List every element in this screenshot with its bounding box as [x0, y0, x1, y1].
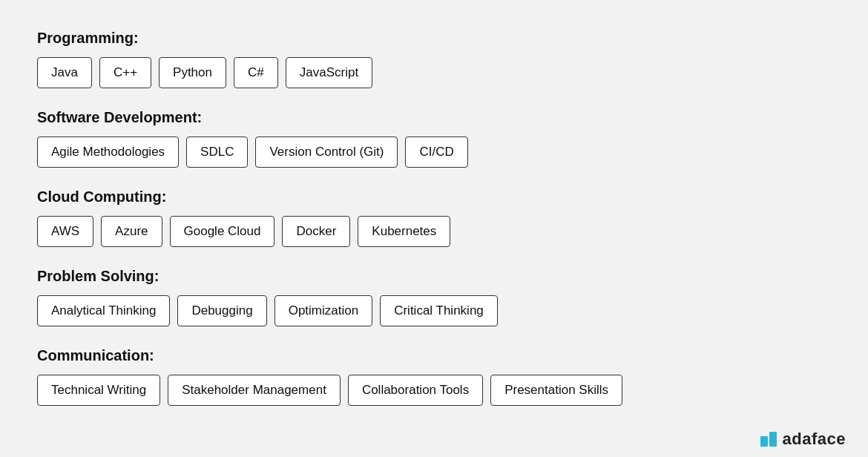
section-title-software-development: Software Development: [37, 109, 831, 126]
section-cloud-computing: Cloud Computing:AWSAzureGoogle CloudDock… [37, 188, 831, 247]
section-problem-solving: Problem Solving:Analytical ThinkingDebug… [37, 268, 831, 326]
brand-logo [760, 432, 777, 447]
branding: adaface [760, 430, 846, 449]
brand-bar-short [760, 436, 768, 447]
skill-tag: C# [234, 57, 278, 88]
skill-tag: CI/CD [405, 137, 467, 168]
tags-problem-solving: Analytical ThinkingDebuggingOptimization… [37, 295, 831, 326]
skill-tag: Optimization [274, 295, 372, 326]
section-title-communication: Communication: [37, 347, 831, 364]
section-title-programming: Programming: [37, 30, 831, 47]
skill-tag: Azure [101, 216, 162, 247]
skill-tag: Stakeholder Management [168, 375, 341, 406]
tags-communication: Technical WritingStakeholder ManagementC… [37, 375, 831, 406]
skill-tag: JavaScript [286, 57, 372, 88]
skill-tag: Kubernetes [358, 216, 450, 247]
tags-software-development: Agile MethodologiesSDLCVersion Control (… [37, 137, 831, 168]
skill-tag: Presentation Skills [490, 375, 622, 406]
skill-tag: Java [37, 57, 92, 88]
skill-tag: Google Cloud [170, 216, 275, 247]
skill-tag: Python [159, 57, 226, 88]
tags-programming: JavaC++PythonC#JavaScript [37, 57, 831, 88]
skill-tag: AWS [37, 216, 93, 247]
skill-tag: Agile Methodologies [37, 137, 179, 168]
skill-tag: Debugging [177, 295, 266, 326]
section-software-development: Software Development:Agile Methodologies… [37, 109, 831, 168]
tags-cloud-computing: AWSAzureGoogle CloudDockerKubernetes [37, 216, 831, 247]
section-programming: Programming:JavaC++PythonC#JavaScript [37, 30, 831, 88]
skill-tag: Collaboration Tools [348, 375, 483, 406]
skill-tag: Analytical Thinking [37, 295, 170, 326]
skill-tag: SDLC [186, 137, 248, 168]
skill-tag: Version Control (Git) [255, 137, 398, 168]
brand-bar-tall [769, 432, 777, 447]
section-communication: Communication:Technical WritingStakehold… [37, 347, 831, 406]
skill-tag: Docker [282, 216, 350, 247]
section-title-problem-solving: Problem Solving: [37, 268, 831, 285]
skill-tag: Critical Thinking [380, 295, 498, 326]
section-title-cloud-computing: Cloud Computing: [37, 188, 831, 206]
skill-tag: C++ [99, 57, 151, 88]
brand-name: adaface [783, 430, 846, 449]
skill-tag: Technical Writing [37, 375, 160, 406]
